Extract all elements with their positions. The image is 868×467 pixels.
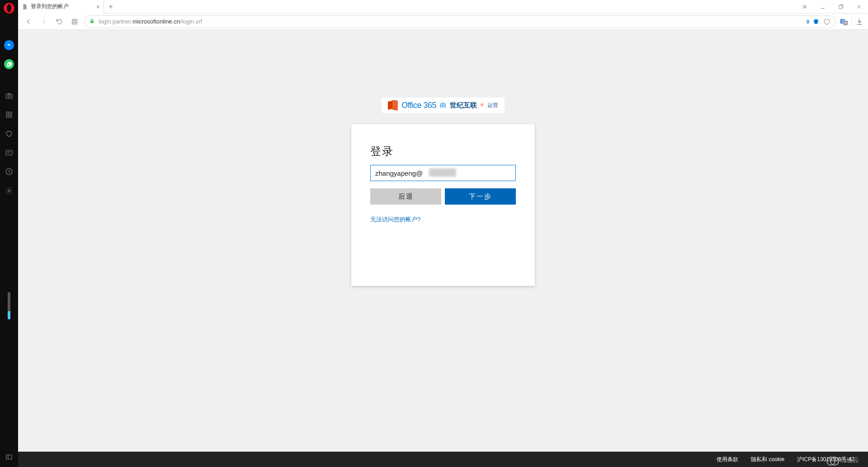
minimize-button[interactable] bbox=[814, 0, 832, 14]
brand-operated: 运营 bbox=[487, 102, 498, 109]
brand-bar: Office 365 由 世纪互联 ® 运营 bbox=[382, 98, 504, 113]
brand-operator: 世纪互联 bbox=[450, 101, 477, 110]
page-footer: 使用条款 隐私和 cookie 沪ICP备13015306号-42 bbox=[18, 452, 868, 467]
svg-rect-15 bbox=[90, 20, 94, 23]
svg-rect-10 bbox=[839, 5, 842, 9]
watermark-icon bbox=[826, 457, 838, 464]
brand-by: 由 bbox=[440, 101, 446, 109]
camera-icon[interactable] bbox=[4, 90, 14, 101]
cannot-access-link[interactable]: 无法访问您的帐户? bbox=[370, 215, 420, 224]
watermark: 亿速云 bbox=[826, 456, 859, 464]
svg-rect-4 bbox=[6, 115, 9, 117]
new-tab-button[interactable]: + bbox=[104, 0, 118, 14]
login-card: 登录 后退 下一步 无法访问您的帐户? bbox=[351, 124, 535, 286]
settings-icon[interactable] bbox=[4, 185, 14, 196]
heart-icon[interactable] bbox=[4, 128, 14, 139]
panel-toggle-icon[interactable] bbox=[4, 452, 14, 462]
reload-button[interactable] bbox=[53, 16, 65, 28]
maximize-button[interactable] bbox=[832, 0, 850, 14]
svg-point-8 bbox=[8, 190, 10, 192]
tab-title: 登录到您的帐户 bbox=[31, 3, 69, 10]
svg-rect-9 bbox=[6, 455, 12, 459]
whatsapp-icon[interactable] bbox=[4, 59, 14, 70]
svg-rect-12 bbox=[75, 19, 77, 21]
svg-rect-11 bbox=[72, 19, 74, 21]
browser-sidebar bbox=[0, 0, 18, 467]
news-icon[interactable] bbox=[4, 147, 14, 158]
page-content: Office 365 由 世纪互联 ® 运营 登录 后退 下一步 无法访问您的帐… bbox=[18, 30, 868, 467]
url-text: login.partner.microsoftonline.cn/login.s… bbox=[99, 18, 202, 25]
downloads-icon[interactable] bbox=[855, 18, 863, 26]
watermark-text: 亿速云 bbox=[840, 456, 859, 464]
svg-rect-14 bbox=[75, 22, 77, 24]
history-icon[interactable] bbox=[4, 166, 14, 177]
back-button[interactable]: 后退 bbox=[370, 188, 441, 205]
nav-forward-button[interactable] bbox=[38, 16, 50, 28]
speed-dial-icon[interactable] bbox=[69, 16, 80, 28]
close-window-button[interactable] bbox=[850, 0, 868, 14]
address-bar: login.partner.microsoftonline.cn/login.s… bbox=[18, 14, 868, 30]
office365-icon bbox=[388, 100, 398, 110]
svg-text:A: A bbox=[845, 21, 847, 24]
nav-back-button[interactable] bbox=[23, 16, 34, 28]
redacted-domain bbox=[429, 168, 456, 177]
url-input[interactable]: login.partner.microsoftonline.cn/login.s… bbox=[84, 15, 836, 28]
svg-rect-6 bbox=[6, 150, 12, 155]
bookmark-heart-icon[interactable] bbox=[823, 18, 831, 26]
footer-terms-link[interactable]: 使用条款 bbox=[717, 456, 738, 463]
svg-text:文: 文 bbox=[841, 19, 844, 23]
shield-icon[interactable] bbox=[813, 19, 819, 25]
blocker-count: 0 bbox=[807, 19, 809, 24]
svg-point-1 bbox=[8, 95, 10, 97]
messenger-icon[interactable] bbox=[4, 40, 14, 51]
browser-tab[interactable]: 登录到您的帐户 × bbox=[18, 0, 104, 14]
tab-close-icon[interactable]: × bbox=[96, 4, 100, 10]
svg-rect-3 bbox=[9, 112, 12, 114]
brand-product: Office 365 bbox=[401, 101, 436, 110]
window-controls bbox=[796, 0, 868, 14]
svg-rect-13 bbox=[72, 22, 74, 24]
footer-privacy-link[interactable]: 隐私和 cookie bbox=[751, 456, 784, 463]
opera-logo-icon[interactable] bbox=[4, 3, 14, 14]
apps-icon[interactable] bbox=[4, 109, 14, 120]
login-title: 登录 bbox=[370, 144, 516, 159]
lock-icon bbox=[89, 18, 95, 25]
next-button[interactable]: 下一步 bbox=[445, 188, 516, 205]
document-icon bbox=[22, 4, 28, 10]
easy-setup-icon[interactable] bbox=[796, 0, 814, 14]
svg-rect-2 bbox=[6, 112, 9, 114]
translate-icon[interactable]: 文A bbox=[840, 18, 848, 26]
svg-rect-5 bbox=[9, 115, 12, 117]
tab-strip: 登录到您的帐户 × + bbox=[18, 0, 868, 14]
volume-indicator bbox=[8, 292, 10, 319]
